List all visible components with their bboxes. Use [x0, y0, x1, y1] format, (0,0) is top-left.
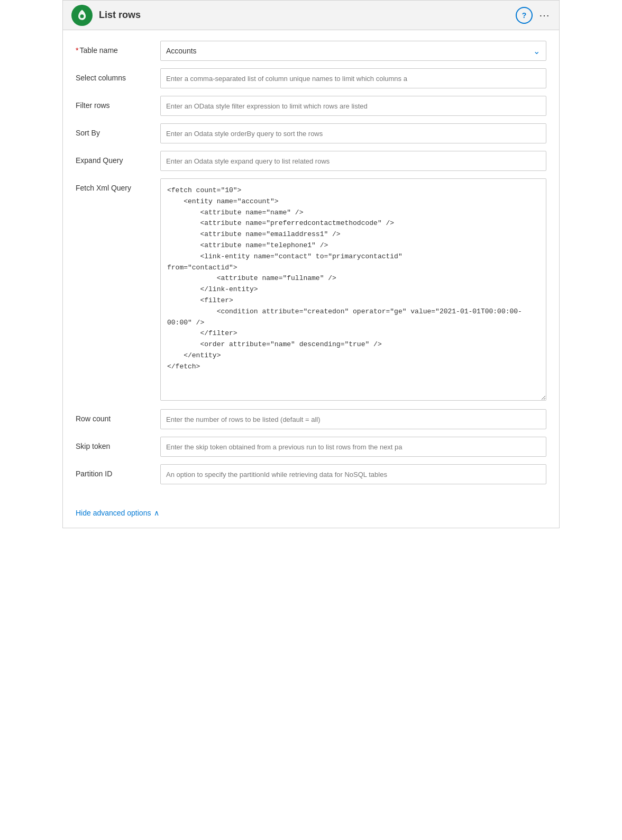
- row-count-field: [160, 409, 546, 429]
- header: List rows ? ⋯: [63, 1, 559, 30]
- svg-point-0: [80, 14, 84, 18]
- fetch-xml-field: [160, 178, 546, 403]
- partition-id-field: [160, 464, 546, 484]
- help-icon: ?: [522, 11, 527, 20]
- skip-token-input[interactable]: [160, 437, 546, 457]
- table-name-label: *Table name: [76, 41, 160, 55]
- expand-query-label: Expand Query: [76, 151, 160, 165]
- table-name-dropdown[interactable]: Accounts ⌄: [160, 41, 546, 61]
- sort-by-field: [160, 123, 546, 143]
- sort-by-input[interactable]: [160, 123, 546, 143]
- row-count-label: Row count: [76, 409, 160, 423]
- filter-rows-input[interactable]: [160, 96, 546, 116]
- logo-svg: [75, 8, 89, 23]
- hide-advanced-button[interactable]: Hide advanced options: [76, 509, 151, 517]
- fetch-xml-row: Fetch Xml Query: [76, 178, 546, 403]
- sort-by-label: Sort By: [76, 123, 160, 137]
- select-columns-label: Select columns: [76, 68, 160, 82]
- sort-by-row: Sort By: [76, 123, 546, 144]
- partition-id-label: Partition ID: [76, 464, 160, 478]
- help-button[interactable]: ?: [516, 7, 533, 24]
- expand-query-row: Expand Query: [76, 151, 546, 172]
- fetch-xml-label: Fetch Xml Query: [76, 178, 160, 192]
- hide-advanced-section: Hide advanced options ∧: [63, 502, 559, 528]
- skip-token-field: [160, 437, 546, 457]
- header-actions: ? ⋯: [516, 7, 551, 24]
- skip-token-row: Skip token: [76, 437, 546, 458]
- required-star: *: [76, 46, 78, 55]
- header-title: List rows: [99, 10, 141, 21]
- table-name-row: *Table name Accounts ⌄: [76, 41, 546, 62]
- filter-rows-label: Filter rows: [76, 96, 160, 110]
- more-icon: ⋯: [539, 10, 551, 21]
- chevron-up-icon: ∧: [154, 509, 159, 517]
- fetch-xml-textarea[interactable]: [160, 178, 546, 401]
- select-columns-input[interactable]: [160, 68, 546, 88]
- partition-id-input[interactable]: [160, 464, 546, 484]
- partition-id-row: Partition ID: [76, 464, 546, 485]
- table-name-field: Accounts ⌄: [160, 41, 546, 61]
- expand-query-input[interactable]: [160, 151, 546, 171]
- more-options-button[interactable]: ⋯: [539, 9, 551, 22]
- row-count-row: Row count: [76, 409, 546, 430]
- skip-token-label: Skip token: [76, 437, 160, 450]
- form-body: *Table name Accounts ⌄ Select columns Fi…: [63, 30, 559, 502]
- filter-rows-field: [160, 96, 546, 116]
- app-logo: [71, 5, 93, 26]
- expand-query-field: [160, 151, 546, 171]
- header-left: List rows: [71, 5, 141, 26]
- app-container: List rows ? ⋯ *Table name Accounts ⌄: [62, 0, 560, 528]
- filter-rows-row: Filter rows: [76, 96, 546, 117]
- select-columns-row: Select columns: [76, 68, 546, 89]
- row-count-input[interactable]: [160, 409, 546, 429]
- table-name-select[interactable]: Accounts: [160, 41, 546, 61]
- select-columns-field: [160, 68, 546, 88]
